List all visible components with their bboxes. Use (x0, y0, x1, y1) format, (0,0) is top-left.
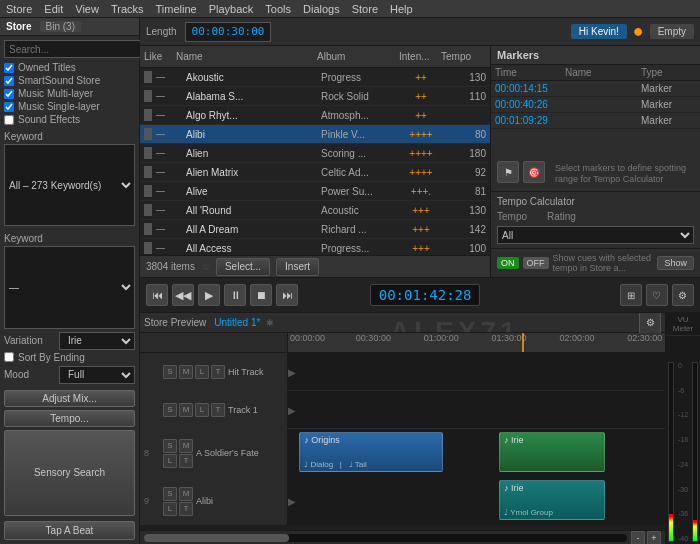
music-list-row-7[interactable]: — All 'Round Acoustic +++ 130 (140, 201, 490, 220)
track-controls-hit: S M L T (163, 365, 225, 379)
menu-playback[interactable]: Playback (209, 3, 254, 15)
timeline-settings-btn[interactable]: ⚙ (639, 313, 661, 334)
mood-dropdown[interactable]: Full (59, 366, 135, 384)
sort-by-ending-checkbox[interactable]: Sort By Ending (4, 352, 135, 363)
music-list-row-9[interactable]: — All Access Progress... +++ 100 (140, 239, 490, 255)
scroll-track[interactable] (144, 534, 627, 542)
toggle-off[interactable]: OFF (523, 257, 549, 269)
track-lock-btn-9[interactable]: L (163, 502, 177, 516)
sound-effects-checkbox[interactable]: Sound Effects (4, 114, 135, 125)
track-type-btn[interactable]: T (211, 365, 225, 379)
row-like: — (156, 72, 186, 82)
music-list-row-8[interactable]: — All A Dream Richard ... +++ 142 (140, 220, 490, 239)
track-type-btn-1[interactable]: T (211, 403, 225, 417)
track-header-8: 8 S M L T A Sold (140, 429, 288, 477)
transport-pause-btn[interactable]: ⏸ (224, 284, 246, 306)
transport-icon-1[interactable]: ⊞ (620, 284, 642, 306)
store-tab[interactable]: Store (6, 21, 32, 32)
track-mute-btn-9[interactable]: M (179, 487, 193, 501)
marker-row-1[interactable]: 00:00:40:26 Marker (491, 97, 700, 113)
music-list-row-1[interactable]: — Alabama S... Rock Solid ++ 110 (140, 87, 490, 106)
track-mute-btn-1[interactable]: M (179, 403, 193, 417)
keyword-dropdown[interactable]: All – 273 Keyword(s) (4, 144, 135, 226)
tap-beat-button[interactable]: Tap A Beat (4, 521, 135, 540)
track-solo-btn-9[interactable]: S (163, 487, 177, 501)
toggle-on[interactable]: ON (497, 257, 519, 269)
row-intensity: ++ (401, 110, 441, 121)
clip-origins[interactable]: ♪ Origins ♩ Dialog | ♩ Tail (299, 432, 442, 472)
transport-prev-btn[interactable]: ⏮ (146, 284, 168, 306)
menu-dialogs[interactable]: Dialogs (303, 3, 340, 15)
track-lock-btn[interactable]: L (195, 365, 209, 379)
transport-icon-3[interactable]: ⚙ (672, 284, 694, 306)
menu-store2[interactable]: Store (352, 3, 378, 15)
row-intensity: ++ (401, 91, 441, 102)
menu-tools[interactable]: Tools (265, 3, 291, 15)
menu-help[interactable]: Help (390, 3, 413, 15)
transport-rewind-btn[interactable]: ◀◀ (172, 284, 194, 306)
track-mute-btn-8[interactable]: M (179, 439, 193, 453)
owned-titles-checkbox[interactable]: Owned Titles (4, 62, 135, 73)
vu-label-30: -30 (678, 486, 688, 493)
menu-edit[interactable]: Edit (44, 3, 63, 15)
track-type-btn-8[interactable]: T (179, 454, 193, 468)
music-list-row-4[interactable]: — Alien Scoring ... ++++ 180 (140, 144, 490, 163)
music-list-row-6[interactable]: — Alive Power Su... +++. 81 (140, 182, 490, 201)
track-type-btn-9[interactable]: T (179, 502, 193, 516)
row-intensity: +++ (401, 243, 441, 254)
variation-dropdown[interactable]: Irie (59, 332, 135, 350)
music-multilayer-checkbox[interactable]: Music Multi-layer (4, 88, 135, 99)
track-header-9: 9 S M L T Alibi (140, 477, 288, 525)
transport-play-btn[interactable]: ▶ (198, 284, 220, 306)
music-list-row-3[interactable]: — Alibi Pinkle V... ++++ 80 (140, 125, 490, 144)
keyword2-label: Keyword (4, 233, 135, 244)
marker-row-0[interactable]: 00:00:14:15 Marker (491, 81, 700, 97)
music-list-row-0[interactable]: — Akoustic Progress ++ 130 (140, 68, 490, 87)
show-button[interactable]: Show (657, 256, 694, 270)
row-handle (144, 166, 152, 178)
track-solo-btn-1[interactable]: S (163, 403, 177, 417)
select-button[interactable]: Select... (216, 258, 270, 276)
row-like: — (156, 224, 186, 234)
search-input[interactable] (4, 40, 141, 58)
track-mute-btn[interactable]: M (179, 365, 193, 379)
bin-tab[interactable]: Bin (3) (40, 21, 81, 32)
track-solo-btn-8[interactable]: S (163, 439, 177, 453)
clip-irie-9[interactable]: ♪ Irie ♩ Ymol Group (499, 480, 605, 520)
clip-irie-8[interactable]: ♪ Irie (499, 432, 605, 472)
marker-icon-btn-2[interactable]: 🎯 (523, 161, 545, 183)
scroll-thumb[interactable] (144, 534, 289, 542)
track-lock-btn-1[interactable]: L (195, 403, 209, 417)
track-solo-btn[interactable]: S (163, 365, 177, 379)
transport-next-btn[interactable]: ⏭ (276, 284, 298, 306)
vu-label-18: -18 (678, 436, 688, 443)
music-area: Like Name Album Inten... Tempo — Akousti… (140, 46, 700, 277)
modified-icon: ✱ (266, 318, 274, 328)
track-controls-1: S M L T (163, 403, 225, 417)
music-list-row-2[interactable]: — Algo Rhyt... Atmosph... ++ (140, 106, 490, 125)
menu-store[interactable]: Store (6, 3, 32, 15)
marker-icon-btn-1[interactable]: ⚑ (497, 161, 519, 183)
zoom-out-btn[interactable]: - (631, 531, 645, 545)
transport-stop-btn[interactable]: ⏹ (250, 284, 272, 306)
menu-tracks[interactable]: Tracks (111, 3, 144, 15)
row-handle (144, 185, 152, 197)
tempo-all-dropdown[interactable]: All (497, 226, 694, 244)
menu-timeline[interactable]: Timeline (156, 3, 197, 15)
menu-view[interactable]: View (75, 3, 99, 15)
adjust-mix-button[interactable]: Adjust Mix... (4, 390, 135, 407)
tempo-button[interactable]: Tempo... (4, 410, 135, 427)
smartsound-checkbox[interactable]: SmartSound Store (4, 75, 135, 86)
marker-row-2[interactable]: 00:01:09:29 Marker (491, 113, 700, 129)
vu-labels: 0 -6 -12 -18 -24 -30 -36 -40 (676, 362, 690, 542)
transport-icon-2[interactable]: ♡ (646, 284, 668, 306)
track-lock-btn-8[interactable]: L (163, 454, 177, 468)
track-controls-8: S M L T (163, 439, 193, 468)
insert-button[interactable]: Insert (276, 258, 319, 276)
keyword2-dropdown[interactable]: — (4, 246, 135, 328)
row-intensity: ++++ (401, 148, 441, 159)
music-singlelayer-checkbox[interactable]: Music Single-layer (4, 101, 135, 112)
zoom-in-btn[interactable]: + (647, 531, 661, 545)
music-list-row-5[interactable]: — Alien Matrix Celtic Ad... ++++ 92 (140, 163, 490, 182)
sensory-search-button[interactable]: Sensory Search (4, 430, 135, 516)
